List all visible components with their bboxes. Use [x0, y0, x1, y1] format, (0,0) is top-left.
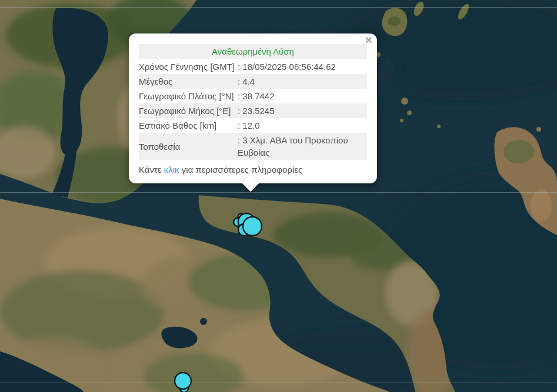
popup-row: Μέγεθος : 4.4 [139, 74, 367, 89]
popup-row-value: : 38.7442 [238, 89, 367, 103]
popup-row: Εστιακό Βάθος [km] : 12.0 [139, 118, 367, 133]
popup-row-label: Τοποθεσία [139, 133, 238, 160]
popup-row: Τοποθεσία : 3 Χλμ. ΑΒΑ του Προκοπίου Ευβ… [139, 133, 367, 160]
popup-row-value: : 4.4 [238, 74, 367, 89]
popup-details-table: Χρόνος Γέννησης [GMT] : 18/05/2025 06:56… [139, 59, 367, 160]
popup-row-label: Χρόνος Γέννησης [GMT] [139, 59, 238, 74]
popup-row-label: Μέγεθος [139, 74, 238, 89]
popup-row-value: : 23.5245 [238, 103, 367, 118]
earthquake-popup: × Αναθεωρημένη Λύση Χρόνος Γέννησης [GMT… [129, 33, 377, 183]
popup-row-value: : 18/05/2025 06:56:44.62 [238, 59, 367, 74]
more-info-link[interactable]: κλικ [164, 165, 179, 175]
footer-text-prefix: Κάντε [139, 165, 164, 175]
popup-row-value: : 3 Χλμ. ΑΒΑ του Προκοπίου Ευβοίας [238, 133, 367, 160]
popup-title: Αναθεωρημένη Λύση [139, 44, 367, 59]
popup-row: Χρόνος Γέννησης [GMT] : 18/05/2025 06:56… [139, 59, 367, 74]
popup-row-value: : 12.0 [238, 118, 367, 133]
popup-row-label: Γεωγραφικό Πλάτος [°N] [139, 89, 238, 103]
popup-row: Γεωγραφικό Μήκος [°E] : 23.5245 [139, 103, 367, 118]
popup-row-label: Γεωγραφικό Μήκος [°E] [139, 103, 238, 118]
popup-row-label: Εστιακό Βάθος [km] [139, 118, 238, 133]
popup-row: Γεωγραφικό Πλάτος [°N] : 38.7442 [139, 89, 367, 103]
popup-footer: Κάντε κλικ για περισσότερες πληροφορίες [139, 163, 367, 176]
popup-close-icon[interactable]: × [365, 34, 372, 46]
footer-text-suffix: για περισσότερες πληροφορίες [179, 165, 303, 175]
